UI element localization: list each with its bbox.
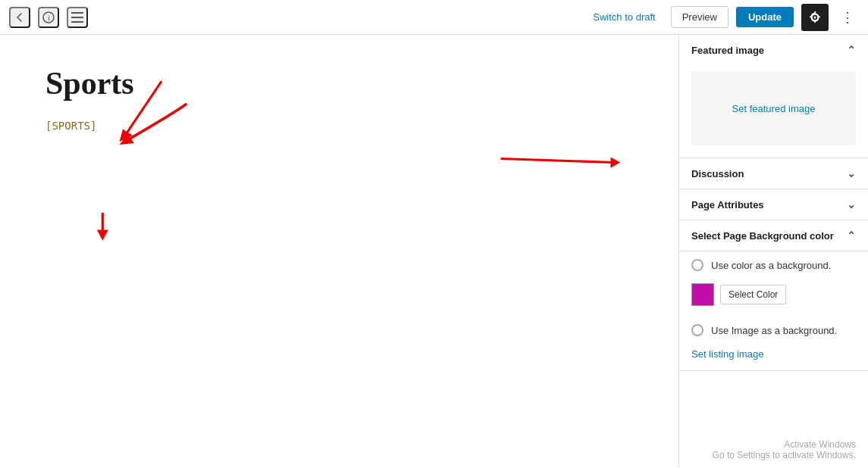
svg-text:i: i: [48, 14, 50, 22]
color-swatch[interactable]: [691, 283, 714, 306]
svg-rect-2: [71, 12, 83, 14]
featured-image-header[interactable]: Featured image ⌃: [679, 35, 868, 65]
more-options-button[interactable]: ⋮: [836, 6, 859, 29]
toolbar: i Switch to draft Preview Update ⋮: [0, 0, 868, 35]
page-title: Sports: [45, 65, 633, 101]
bg-color-section: Select Page Background color ⌃ Use color…: [679, 220, 868, 371]
svg-rect-3: [71, 17, 83, 18]
featured-image-chevron: ⌃: [847, 44, 856, 56]
editor-area: Sports [SPORTS]: [0, 35, 678, 468]
info-button[interactable]: i: [38, 7, 59, 28]
toolbar-left: i: [9, 7, 585, 28]
list-view-button[interactable]: [67, 7, 88, 28]
featured-image-section: Featured image ⌃ Set featured image: [679, 35, 868, 158]
bg-color-header[interactable]: Select Page Background color ⌃: [679, 220, 868, 251]
back-button[interactable]: [9, 7, 30, 28]
page-attributes-header[interactable]: Page Attributes ⌄: [679, 189, 868, 220]
toolbar-right: Switch to draft Preview Update ⋮: [585, 4, 859, 31]
main-layout: Sports [SPORTS] Featured image ⌃: [0, 35, 868, 468]
discussion-chevron: ⌄: [847, 167, 856, 179]
sidebar: Featured image ⌃ Set featured image Disc…: [678, 35, 868, 468]
use-image-radio[interactable]: [691, 324, 703, 336]
svg-marker-6: [611, 157, 621, 167]
page-attributes-chevron: ⌄: [847, 198, 856, 211]
set-featured-image-button[interactable]: Set featured image: [691, 71, 856, 145]
page-attributes-section: Page Attributes ⌄: [679, 189, 868, 220]
use-color-option: Use color as a background.: [679, 251, 868, 279]
use-image-option: Use Image as a background.: [679, 317, 868, 344]
discussion-label: Discussion: [691, 168, 744, 179]
set-listing-image-link[interactable]: Set listing image: [679, 344, 868, 370]
svg-marker-8: [120, 134, 134, 145]
page-attributes-label: Page Attributes: [691, 199, 764, 211]
preview-button[interactable]: Preview: [671, 6, 729, 28]
svg-marker-7: [97, 229, 108, 240]
featured-image-label: Featured image: [691, 45, 764, 56]
settings-button[interactable]: [801, 4, 829, 31]
discussion-header[interactable]: Discussion ⌄: [679, 158, 868, 189]
bg-color-chevron: ⌃: [847, 229, 856, 242]
set-featured-image-label: Set featured image: [732, 103, 816, 114]
bg-color-label: Select Page Background color: [691, 230, 834, 242]
select-color-button[interactable]: Select Color: [720, 285, 786, 304]
switch-to-draft-button[interactable]: Switch to draft: [585, 7, 663, 27]
discussion-section: Discussion ⌄: [679, 158, 868, 189]
color-picker-row: Select Color: [679, 279, 868, 317]
use-color-label: Use color as a background.: [711, 260, 831, 271]
svg-rect-4: [71, 21, 83, 23]
shortcode-block: [SPORTS]: [45, 120, 633, 132]
update-button[interactable]: Update: [736, 7, 794, 27]
use-color-radio[interactable]: [691, 259, 703, 271]
use-image-label: Use Image as a background.: [711, 325, 837, 336]
